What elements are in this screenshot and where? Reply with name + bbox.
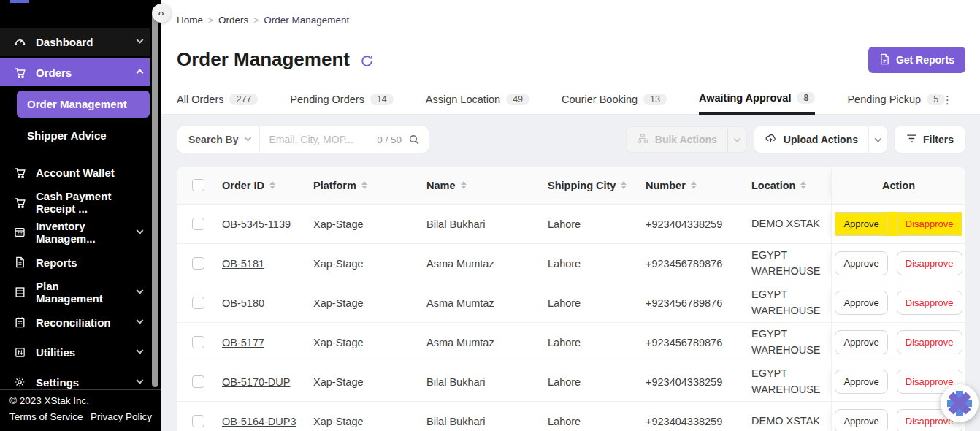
order-id-link[interactable]: OB-5164-DUP3 (222, 416, 296, 427)
name-cell: Bilal Bukhari (424, 416, 545, 427)
row-checkbox[interactable] (192, 257, 204, 270)
tab-pending-orders[interactable]: Pending Orders 14 (290, 90, 393, 115)
sidebar-item-cash-payment-receipt[interactable]: Cash Payment Receipt ... (0, 189, 150, 216)
name-cell: Asma Mumtaz (424, 258, 545, 270)
sort-icon[interactable] (461, 181, 467, 189)
breadcrumb-current: Order Management (264, 15, 349, 26)
approve-button[interactable]: Approve (835, 409, 887, 431)
sidebar-item-orders[interactable]: Orders (0, 58, 150, 86)
approve-button[interactable]: Approve (835, 251, 887, 275)
breadcrumb-home[interactable]: Home (177, 15, 203, 26)
tab-awaiting-approval[interactable]: Awaiting Approval 8 (699, 90, 815, 115)
disapprove-button[interactable]: Disapprove (897, 291, 962, 315)
column-label: Platform (313, 180, 356, 191)
sidebar-item-dashboard[interactable]: Dashboard (0, 28, 150, 56)
sidebar-item-label: Utilities (36, 346, 75, 359)
row-checkbox[interactable] (192, 375, 204, 388)
sidebar-item-order-management[interactable]: Order Management (17, 91, 150, 118)
search-by-label: Search By (188, 134, 238, 145)
bulk-actions-caret[interactable] (727, 127, 746, 152)
column-header-order-id[interactable]: Order ID (219, 180, 310, 191)
approve-button[interactable]: Approve (835, 212, 887, 236)
sidebar-item-shipper-advice[interactable]: Shipper Advice (17, 122, 150, 149)
tab-courier-booking[interactable]: Courier Booking 13 (562, 90, 667, 115)
sidebar-item-utilities[interactable]: Utilities (0, 339, 150, 365)
sidebar-item-inventory-management[interactable]: Inventory Managem... (0, 219, 150, 245)
sort-icon[interactable] (361, 181, 367, 189)
tab-pending-pickup[interactable]: Pending Pickup 5 (847, 90, 945, 115)
disapprove-button[interactable]: Disapprove (897, 212, 962, 236)
bulk-actions-button[interactable]: Bulk Actions (627, 127, 727, 152)
get-reports-button[interactable]: Get Reports (868, 47, 965, 73)
number-cell: +923456789876 (643, 258, 749, 270)
sidebar-item-reports[interactable]: Reports (0, 249, 150, 275)
row-checkbox[interactable] (192, 218, 204, 230)
column-label: Order ID (222, 180, 264, 191)
privacy-policy-link[interactable]: Privacy Policy (91, 411, 152, 422)
row-checkbox[interactable] (192, 336, 204, 348)
sidebar-item-label: Account Wallet (36, 167, 115, 179)
sidebar-item-account-wallet[interactable]: Account Wallet (0, 159, 150, 186)
search-input[interactable] (260, 134, 377, 145)
upload-actions-label: Upload Actions (784, 134, 858, 145)
tab-label: Courier Booking (562, 94, 638, 105)
approve-button[interactable]: Approve (835, 370, 887, 394)
column-header-name[interactable]: Name (424, 180, 545, 191)
sidebar-item-label: Plan Management (36, 280, 128, 305)
approve-button[interactable]: Approve (835, 330, 887, 354)
sort-icon[interactable] (269, 181, 275, 189)
column-header-number[interactable]: Number (643, 180, 749, 191)
search-icon[interactable] (408, 134, 420, 145)
table-row: OB-5345-1139 Xap-Stage Bilal Bukhari Lah… (177, 205, 965, 244)
tab-all-orders[interactable]: All Orders 277 (177, 90, 258, 115)
column-label: Shipping City (548, 180, 616, 191)
breadcrumb-orders[interactable]: Orders (218, 15, 248, 26)
column-header-shipping-city[interactable]: Shipping City (545, 180, 643, 191)
tab-count-badge: 8 (797, 92, 815, 104)
row-checkbox[interactable] (192, 297, 204, 309)
sidebar-collapse-toggle[interactable]: ‹› (152, 4, 171, 23)
order-id-link[interactable]: OB-5177 (222, 337, 264, 348)
column-header-platform[interactable]: Platform (310, 180, 424, 191)
sidebar-item-plan-management[interactable]: Plan Management (0, 279, 150, 305)
upload-actions-button[interactable]: Upload Actions (754, 126, 868, 153)
sidebar-item-label: Inventory Managem... (36, 220, 128, 245)
row-checkbox[interactable] (192, 415, 204, 427)
clipboard-calc-icon (13, 316, 26, 328)
number-cell: +923456789876 (643, 297, 749, 309)
more-tabs-icon[interactable]: ⋮ (942, 94, 952, 107)
order-id-link[interactable]: OB-5170-DUP (222, 376, 290, 388)
column-header-location[interactable]: Location (749, 180, 831, 191)
order-id-link[interactable]: OB-5180 (222, 297, 264, 309)
breadcrumb: Home > Orders > Order Management (177, 15, 349, 26)
number-cell: +923456789876 (643, 337, 749, 348)
sort-icon[interactable] (621, 181, 627, 189)
select-all-checkbox[interactable] (192, 179, 204, 191)
upload-actions-caret[interactable] (868, 126, 887, 153)
report-icon (879, 53, 890, 67)
tab-assign-location[interactable]: Assign Location 49 (426, 90, 529, 115)
tab-count-badge: 49 (506, 94, 529, 105)
search-by-select[interactable]: Search By (177, 126, 260, 153)
sidebar-scrollbar[interactable] (152, 13, 158, 387)
gear-icon (13, 376, 26, 388)
approve-button[interactable]: Approve (835, 291, 887, 315)
number-cell: +923404338259 (643, 218, 749, 230)
refresh-icon[interactable] (360, 54, 374, 68)
filters-button[interactable]: Filters (895, 126, 965, 153)
sliders-icon (13, 347, 26, 358)
sidebar-item-reconciliation[interactable]: Reconciliation (0, 309, 150, 335)
tab-label: Pending Pickup (847, 94, 921, 105)
order-id-link[interactable]: OB-5345-1139 (222, 218, 291, 230)
disapprove-button[interactable]: Disapprove (897, 330, 962, 354)
tab-label: All Orders (177, 94, 223, 105)
sort-icon[interactable] (800, 181, 806, 189)
sort-icon[interactable] (691, 181, 697, 189)
disapprove-button[interactable]: Disapprove (897, 251, 962, 275)
location-cell: EGYPT WAREHOUSE (749, 287, 831, 318)
order-id-link[interactable]: OB-5181 (222, 258, 264, 270)
terms-of-service-link[interactable]: Terms of Service (9, 411, 83, 422)
breadcrumb-separator: > (208, 15, 213, 26)
extension-asterisk-icon[interactable] (941, 384, 979, 422)
search-bar: Search By 0 / 50 (177, 126, 429, 153)
